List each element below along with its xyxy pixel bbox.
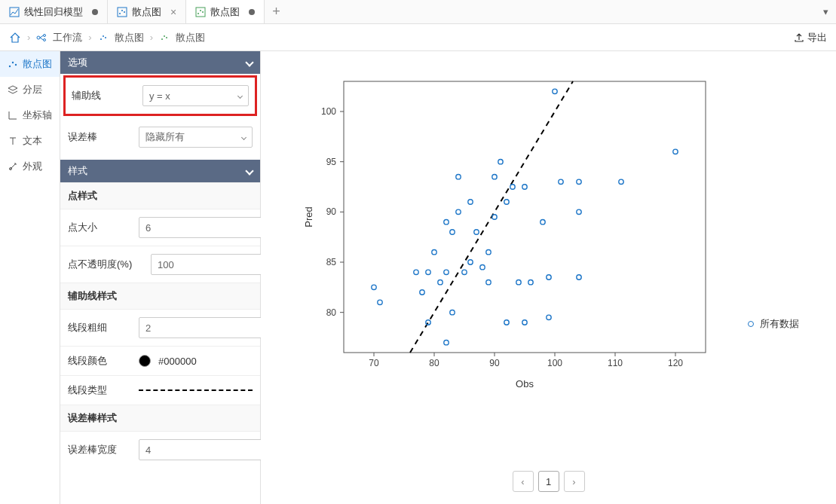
- svg-point-58: [443, 219, 448, 224]
- ref-line-label: 辅助线: [72, 89, 135, 102]
- svg-point-76: [516, 279, 520, 284]
- tab-linear-regression[interactable]: 线性回归模型: [0, 0, 108, 23]
- svg-point-80: [540, 219, 544, 224]
- chevron-down-icon: [245, 166, 253, 175]
- tab-label: 散点图: [132, 5, 161, 19]
- home-icon[interactable]: [9, 32, 21, 44]
- svg-point-83: [552, 89, 556, 93]
- line-type-preview[interactable]: [139, 389, 253, 391]
- rail-scatter[interactable]: 散点图: [0, 51, 60, 77]
- svg-point-52: [425, 320, 430, 325]
- workflow-icon: [36, 32, 47, 43]
- close-icon[interactable]: ×: [170, 6, 176, 18]
- rail-appearance[interactable]: 外观: [0, 154, 60, 179]
- color-value: #000000: [158, 356, 197, 367]
- point-opacity-label: 点不透明度(%): [68, 258, 143, 271]
- point-style-header: 点样式: [60, 182, 260, 209]
- svg-point-88: [618, 179, 623, 184]
- svg-text:95: 95: [326, 157, 336, 167]
- svg-rect-0: [10, 8, 19, 17]
- svg-point-2: [119, 13, 121, 14]
- chart-icon: [9, 7, 20, 17]
- export-button[interactable]: 导出: [794, 31, 827, 44]
- svg-point-12: [100, 38, 102, 40]
- tab-scatter-1[interactable]: 散点图 ×: [108, 0, 186, 23]
- options-panel-header[interactable]: 选项: [60, 51, 260, 74]
- svg-point-89: [672, 149, 677, 154]
- svg-point-16: [164, 35, 165, 37]
- caret-down-icon: [241, 134, 247, 139]
- caret-down-icon: [237, 93, 243, 98]
- line-width-input[interactable]: [139, 317, 279, 338]
- breadcrumb-node[interactable]: 散点图: [176, 31, 205, 44]
- svg-point-82: [546, 315, 550, 319]
- prev-page-button[interactable]: ‹: [513, 471, 534, 492]
- tab-menu-button[interactable]: ▾: [816, 6, 836, 17]
- svg-point-49: [377, 300, 381, 304]
- svg-point-69: [485, 249, 490, 254]
- svg-text:90: 90: [326, 206, 336, 217]
- highlighted-option: 辅助线 y = x: [63, 75, 257, 116]
- tab-bar: 线性回归模型 散点图 × 散点图 + ▾: [0, 0, 836, 24]
- scatter-icon: [159, 32, 170, 43]
- svg-point-3: [121, 10, 123, 11]
- svg-rect-1: [118, 8, 127, 17]
- svg-text:Obs: Obs: [516, 378, 534, 389]
- point-size-input[interactable]: [139, 217, 279, 238]
- chevron-down-icon: [245, 58, 253, 66]
- svg-point-65: [467, 260, 472, 264]
- breadcrumb: › 工作流 › 散点图 › 散点图: [9, 31, 205, 44]
- legend[interactable]: 所有数据: [748, 250, 799, 398]
- breadcrumb-separator: ›: [27, 32, 30, 43]
- svg-point-62: [455, 174, 460, 179]
- modified-indicator-icon: [249, 9, 255, 15]
- svg-point-50: [413, 270, 418, 274]
- tab-scatter-2[interactable]: 散点图: [186, 0, 265, 23]
- breadcrumb-workflow[interactable]: 工作流: [53, 31, 82, 44]
- line-type-label: 线段类型: [68, 383, 131, 397]
- next-page-button[interactable]: ›: [564, 471, 585, 492]
- side-rail: 散点图 分层 坐标轴 文本 外观: [0, 51, 60, 504]
- svg-text:110: 110: [607, 358, 622, 368]
- svg-point-19: [12, 62, 14, 63]
- svg-point-55: [437, 279, 442, 284]
- svg-text:80: 80: [429, 358, 439, 368]
- axis-icon: [8, 110, 18, 121]
- rail-axis[interactable]: 坐标轴: [0, 102, 60, 128]
- svg-point-71: [491, 174, 496, 179]
- svg-point-15: [161, 38, 163, 40]
- svg-point-70: [491, 215, 496, 219]
- svg-point-67: [479, 264, 484, 269]
- svg-point-14: [105, 37, 106, 38]
- style-panel-header[interactable]: 样式: [60, 160, 260, 182]
- scatter-icon: [195, 7, 206, 17]
- ref-line-style-header: 辅助线样式: [60, 283, 260, 310]
- svg-point-53: [425, 270, 430, 274]
- svg-text:100: 100: [320, 106, 335, 117]
- breadcrumb-bar: › 工作流 › 散点图 › 散点图 导出: [0, 24, 836, 51]
- point-size-label: 点大小: [68, 221, 131, 234]
- svg-text:120: 120: [667, 358, 682, 368]
- pager: ‹ 1 ›: [261, 462, 836, 504]
- rail-layer[interactable]: 分层: [0, 77, 60, 102]
- color-swatch[interactable]: [139, 355, 151, 367]
- svg-point-8: [202, 11, 204, 13]
- add-tab-button[interactable]: +: [265, 4, 288, 20]
- error-bar-select[interactable]: 隐藏所有: [139, 127, 253, 148]
- svg-point-86: [576, 209, 580, 214]
- svg-point-85: [576, 179, 580, 184]
- svg-point-63: [461, 270, 466, 274]
- scatter-icon: [8, 59, 18, 69]
- breadcrumb-node[interactable]: 散点图: [115, 31, 144, 44]
- svg-point-68: [485, 279, 490, 284]
- rail-text[interactable]: 文本: [0, 128, 60, 154]
- svg-point-74: [504, 320, 508, 325]
- svg-point-78: [522, 320, 526, 325]
- error-bar-width-input[interactable]: [139, 439, 279, 460]
- svg-point-18: [9, 66, 11, 67]
- svg-rect-22: [344, 81, 706, 353]
- svg-point-64: [467, 200, 472, 204]
- text-icon: [8, 136, 18, 146]
- page-number[interactable]: 1: [538, 471, 559, 492]
- ref-line-select[interactable]: y = x: [142, 85, 249, 106]
